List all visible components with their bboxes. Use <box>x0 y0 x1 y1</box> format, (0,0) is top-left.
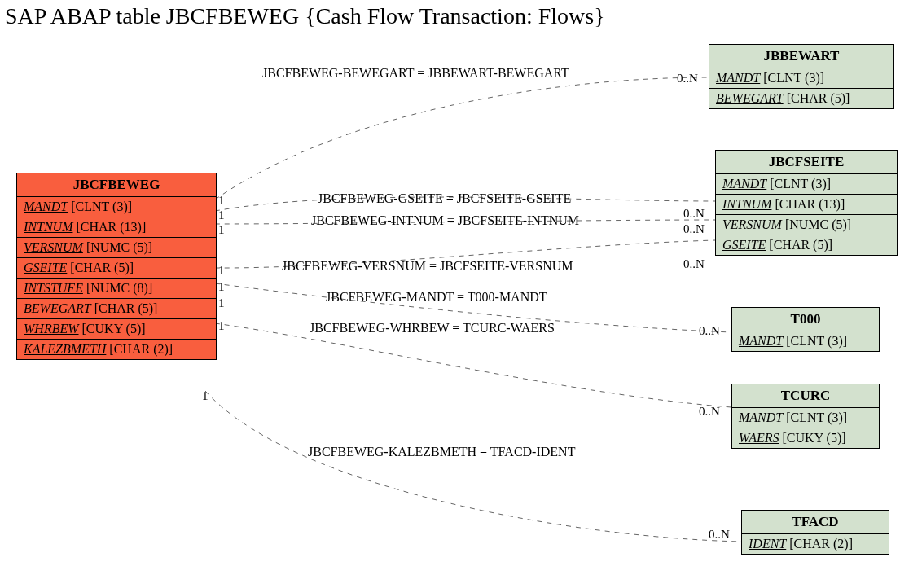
field-type: [CLNT (3)] <box>71 200 132 213</box>
entity-tcurc: TCURC MANDT [CLNT (3)] WAERS [CUKY (5)] <box>731 384 880 449</box>
cardinality-one: 1 <box>218 264 225 278</box>
field-name: KALEZBMETH <box>24 342 106 356</box>
field-row: VERSNUM [NUMC (5)] <box>716 215 897 235</box>
field-name: BEWEGART <box>716 91 784 105</box>
field-row: INTNUM [CHAR (13)] <box>716 195 897 215</box>
relation-label: JBCFBEWEG-GSEITE = JBCFSEITE-GSEITE <box>318 191 571 206</box>
field-type: [CLNT (3)] <box>763 71 824 85</box>
field-name: IDENT <box>749 537 786 551</box>
entity-jbcfbeweg: JBCFBEWEG MANDT [CLNT (3)] INTNUM [CHAR … <box>16 173 217 360</box>
entity-t000-header: T000 <box>732 308 879 331</box>
field-row: WAERS [CUKY (5)] <box>732 428 879 448</box>
relation-label: JBCFBEWEG-BEWEGART = JBBEWART-BEWEGART <box>262 66 569 81</box>
field-name: MANDT <box>739 410 783 424</box>
field-row: WHRBEW [CUKY (5)] <box>17 319 216 340</box>
field-type: [CHAR (5)] <box>94 301 158 315</box>
cardinality-one: 1 <box>218 280 225 294</box>
field-name: INTNUM <box>722 197 771 211</box>
field-type: [CHAR (13)] <box>775 197 845 211</box>
entity-jbcfseite-header: JBCFSEITE <box>716 151 897 174</box>
field-type: [CHAR (5)] <box>70 261 134 274</box>
field-type: [CUKY (5)] <box>783 431 846 445</box>
relation-label: JBCFBEWEG-INTNUM = JBCFSEITE-INTNUM <box>311 213 579 228</box>
field-row: IDENT [CHAR (2)] <box>742 534 889 554</box>
relation-label: JBCFBEWEG-WHRBEW = TCURC-WAERS <box>310 321 555 336</box>
field-row: INTNUM [CHAR (13)] <box>17 217 216 238</box>
field-name: MANDT <box>716 71 760 85</box>
field-row: BEWEGART [CHAR (5)] <box>17 299 216 319</box>
cardinality-zn: 0..N <box>699 324 720 338</box>
cardinality-one: 1 <box>218 296 225 310</box>
field-name: GSEITE <box>722 238 766 252</box>
entity-jbbewart: JBBEWART MANDT [CLNT (3)] BEWEGART [CHAR… <box>709 44 894 109</box>
field-type: [CLNT (3)] <box>786 334 847 348</box>
cardinality-one: 1 <box>218 194 225 208</box>
cardinality-one: 1 <box>218 319 225 333</box>
field-name: WAERS <box>739 431 779 445</box>
field-type: [CUKY (5)] <box>82 322 146 336</box>
entity-jbcfbeweg-header: JBCFBEWEG <box>17 173 216 197</box>
field-type: [CHAR (2)] <box>789 537 853 551</box>
cardinality-one: 1 <box>218 223 225 237</box>
field-name: MANDT <box>722 177 766 191</box>
field-type: [CHAR (5)] <box>769 238 832 252</box>
relation-label: JBCFBEWEG-KALEZBMETH = TFACD-IDENT <box>308 445 575 459</box>
field-row: MANDT [CLNT (3)] <box>716 174 897 195</box>
field-type: [NUMC (5)] <box>86 240 152 254</box>
field-type: [CHAR (2)] <box>109 342 173 356</box>
cardinality-one: 1 <box>202 389 209 403</box>
cardinality-zn: 0..N <box>683 257 705 271</box>
field-row: KALEZBMETH [CHAR (2)] <box>17 340 216 359</box>
field-name: VERSNUM <box>722 217 782 231</box>
cardinality-zn: 0..N <box>677 72 698 86</box>
cardinality-one: 1 <box>218 208 225 222</box>
field-type: [CLNT (3)] <box>770 177 831 191</box>
field-name: MANDT <box>739 334 783 348</box>
field-name: INTSTUFE <box>24 281 83 295</box>
relation-label: JBCFBEWEG-MANDT = T000-MANDT <box>326 290 547 305</box>
field-row: INTSTUFE [NUMC (8)] <box>17 279 216 299</box>
field-name: INTNUM <box>24 220 72 234</box>
cardinality-zn: 0..N <box>699 405 720 419</box>
field-row: BEWEGART [CHAR (5)] <box>709 89 893 108</box>
diagram-title: SAP ABAP table JBCFBEWEG {Cash Flow Tran… <box>5 3 605 29</box>
field-type: [CHAR (13)] <box>76 220 146 234</box>
field-name: WHRBEW <box>24 322 79 336</box>
field-row: GSEITE [CHAR (5)] <box>17 258 216 279</box>
cardinality-zn: 0..N <box>683 222 705 236</box>
field-row: VERSNUM [NUMC (5)] <box>17 238 216 258</box>
field-name: VERSNUM <box>24 240 83 254</box>
field-type: [CHAR (5)] <box>787 91 850 105</box>
field-row: GSEITE [CHAR (5)] <box>716 235 897 255</box>
field-row: MANDT [CLNT (3)] <box>709 68 893 89</box>
field-row: MANDT [CLNT (3)] <box>17 197 216 217</box>
entity-t000: T000 MANDT [CLNT (3)] <box>731 307 880 352</box>
entity-tfacd-header: TFACD <box>742 511 889 534</box>
relation-label: JBCFBEWEG-VERSNUM = JBCFSEITE-VERSNUM <box>282 259 573 274</box>
cardinality-zn: 0..N <box>709 528 730 542</box>
field-row: MANDT [CLNT (3)] <box>732 408 879 428</box>
field-row: MANDT [CLNT (3)] <box>732 331 879 351</box>
entity-tcurc-header: TCURC <box>732 384 879 408</box>
field-type: [NUMC (5)] <box>785 217 851 231</box>
field-name: MANDT <box>24 200 68 213</box>
field-name: BEWEGART <box>24 301 91 315</box>
entity-tfacd: TFACD IDENT [CHAR (2)] <box>741 510 889 555</box>
field-name: GSEITE <box>24 261 67 274</box>
entity-jbcfseite: JBCFSEITE MANDT [CLNT (3)] INTNUM [CHAR … <box>715 150 898 256</box>
field-type: [NUMC (8)] <box>86 281 152 295</box>
cardinality-zn: 0..N <box>683 207 705 221</box>
entity-jbbewart-header: JBBEWART <box>709 45 893 68</box>
field-type: [CLNT (3)] <box>786 410 847 424</box>
